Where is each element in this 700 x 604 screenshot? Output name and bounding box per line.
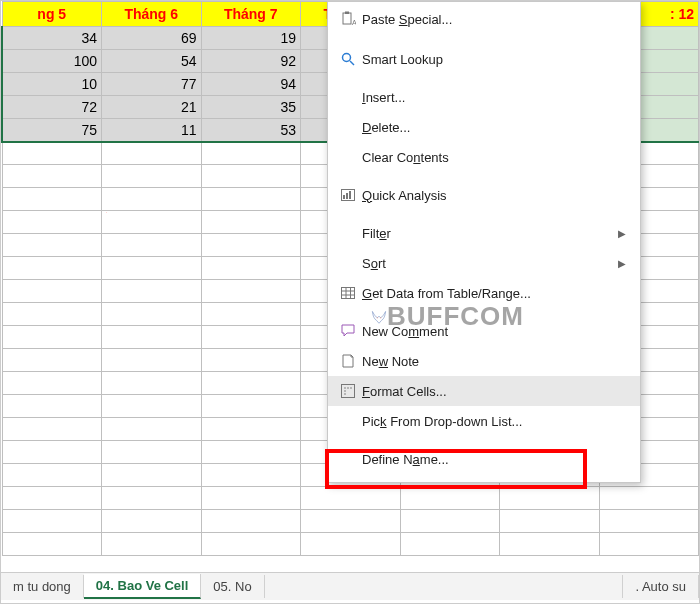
cell[interactable]: 92 <box>201 50 301 73</box>
format-cells-icon <box>334 383 362 399</box>
menu-label: Sort <box>362 256 618 271</box>
svg-rect-9 <box>342 288 355 299</box>
cell[interactable]: 75 <box>2 119 102 142</box>
menu-quick-analysis[interactable]: Quick Analysis <box>328 180 640 210</box>
sheet-tabs: m tu dong 04. Bao Ve Cell 05. No . Auto … <box>1 572 699 600</box>
sheet-tab[interactable]: m tu dong <box>1 575 84 598</box>
empty-row[interactable] <box>2 487 699 510</box>
chevron-right-icon: ▶ <box>618 228 626 239</box>
menu-label: Smart Lookup <box>362 52 626 67</box>
menu-label: New Comment <box>362 324 626 339</box>
cell[interactable]: 35 <box>201 96 301 119</box>
menu-filter[interactable]: Filter ▶ <box>328 218 640 248</box>
col-header[interactable]: ng 5 <box>2 2 102 27</box>
cell[interactable]: 21 <box>102 96 202 119</box>
table-icon <box>334 285 362 301</box>
menu-get-data[interactable]: Get Data from Table/Range... <box>328 278 640 308</box>
menu-label: Paste Special... <box>362 12 626 27</box>
menu-label: Filter <box>362 226 618 241</box>
svg-rect-6 <box>343 195 345 199</box>
menu-delete[interactable]: Delete... <box>328 112 640 142</box>
svg-text:A: A <box>352 19 356 26</box>
svg-point-18 <box>344 390 346 392</box>
menu-label: Clear Contents <box>362 150 626 165</box>
menu-define-name[interactable]: Define Name... <box>328 444 640 474</box>
svg-rect-1 <box>345 12 349 15</box>
empty-row[interactable] <box>2 510 699 533</box>
search-icon <box>334 51 362 67</box>
sheet-tab-active[interactable]: 04. Bao Ve Cell <box>84 574 202 599</box>
empty-row[interactable] <box>2 533 699 556</box>
cell[interactable]: 69 <box>102 27 202 50</box>
context-menu: A Paste Special... Smart Lookup Insert..… <box>327 1 641 483</box>
sheet-tab[interactable]: . Auto su <box>622 575 699 598</box>
svg-rect-8 <box>349 191 351 199</box>
svg-rect-0 <box>343 13 351 24</box>
menu-insert[interactable]: Insert... <box>328 82 640 112</box>
col-header[interactable]: Tháng 7 <box>201 2 301 27</box>
menu-label: New Note <box>362 354 626 369</box>
sheet-tab[interactable]: 05. No <box>201 575 264 598</box>
menu-clear-contents[interactable]: Clear Contents <box>328 142 640 172</box>
menu-label: Pick From Drop-down List... <box>362 414 626 429</box>
cell[interactable]: 11 <box>102 119 202 142</box>
cell[interactable]: 53 <box>201 119 301 142</box>
svg-point-16 <box>347 387 349 389</box>
menu-label: Insert... <box>362 90 626 105</box>
svg-line-4 <box>350 61 354 65</box>
menu-paste-special[interactable]: A Paste Special... <box>328 4 640 34</box>
clipboard-icon: A <box>334 11 362 27</box>
menu-new-note[interactable]: New Note <box>328 346 640 376</box>
menu-label: Format Cells... <box>362 384 626 399</box>
cell[interactable]: 10 <box>2 73 102 96</box>
quick-analysis-icon <box>334 187 362 203</box>
menu-label: Get Data from Table/Range... <box>362 286 626 301</box>
cell[interactable]: 100 <box>2 50 102 73</box>
menu-label: Define Name... <box>362 452 626 467</box>
cell[interactable]: 54 <box>102 50 202 73</box>
svg-point-15 <box>344 387 346 389</box>
note-icon <box>334 353 362 369</box>
cell[interactable]: 77 <box>102 73 202 96</box>
svg-rect-14 <box>342 385 355 398</box>
menu-label: Delete... <box>362 120 626 135</box>
menu-smart-lookup[interactable]: Smart Lookup <box>328 44 640 74</box>
cell[interactable]: 94 <box>201 73 301 96</box>
cell[interactable]: 19 <box>201 27 301 50</box>
menu-sort[interactable]: Sort ▶ <box>328 248 640 278</box>
cell[interactable]: 34 <box>2 27 102 50</box>
col-header[interactable]: Tháng 6 <box>102 2 202 27</box>
menu-label: Quick Analysis <box>362 188 626 203</box>
menu-pick-from-list[interactable]: Pick From Drop-down List... <box>328 406 640 436</box>
svg-rect-7 <box>346 193 348 199</box>
chevron-right-icon: ▶ <box>618 258 626 269</box>
comment-icon <box>334 323 362 339</box>
svg-point-3 <box>343 54 351 62</box>
menu-format-cells[interactable]: Format Cells... <box>328 376 640 406</box>
cell[interactable]: 72 <box>2 96 102 119</box>
svg-point-17 <box>350 387 352 389</box>
menu-new-comment[interactable]: New Comment <box>328 316 640 346</box>
svg-point-19 <box>344 393 346 395</box>
